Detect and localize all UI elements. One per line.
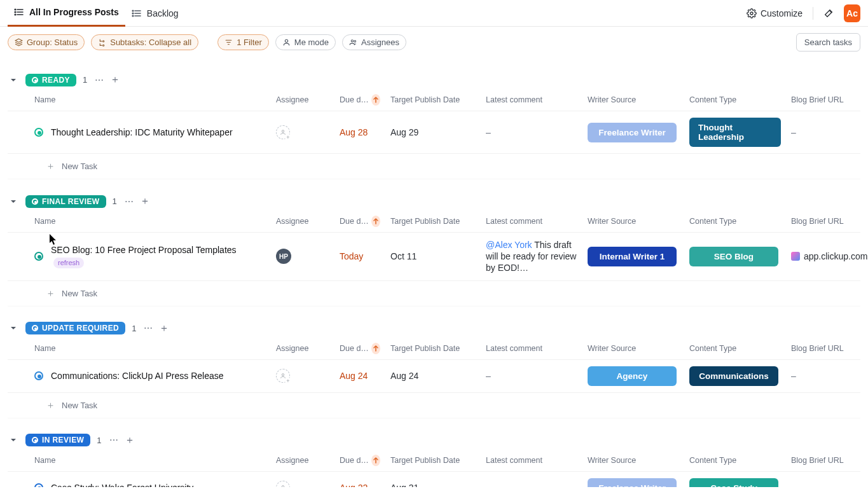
content-type-cell[interactable]: Case Study	[684, 478, 786, 487]
me-mode-pill[interactable]: Me mode	[275, 34, 336, 50]
due-date-cell[interactable]: Aug 24	[334, 371, 385, 381]
writer-source-cell[interactable]: Freelance Writer	[582, 478, 684, 487]
mention[interactable]: @Alex York	[486, 240, 532, 250]
latest-comment-cell[interactable]: –	[481, 370, 582, 382]
content-type-chip[interactable]: Thought Leadership	[689, 118, 781, 147]
col-assignee[interactable]: Assignee	[271, 217, 334, 226]
col-blog-brief-url[interactable]: Blog Brief URL	[786, 217, 868, 226]
due-date-cell[interactable]: Aug 22	[334, 483, 385, 487]
col-writer-source[interactable]: Writer Source	[582, 217, 684, 226]
latest-comment-cell[interactable]: –	[481, 482, 582, 487]
search-input[interactable]: Search tasks	[796, 33, 860, 52]
assign-button[interactable]	[276, 369, 290, 383]
customize-button[interactable]: Customize	[743, 6, 806, 21]
due-date-cell[interactable]: Aug 28	[334, 127, 385, 137]
group-more-button[interactable]: ⋯	[142, 323, 154, 333]
col-assignee[interactable]: Assignee	[271, 344, 334, 353]
col-latest-comment[interactable]: Latest comment	[481, 456, 582, 465]
task-status-circle-icon[interactable]	[34, 483, 43, 487]
group-add-task-button[interactable]: ＋	[159, 322, 169, 335]
col-target-publish[interactable]: Target Publish Date	[385, 456, 481, 465]
collapse-toggle[interactable]	[8, 434, 19, 446]
writer-source-chip[interactable]: Freelance Writer	[588, 123, 677, 142]
task-title[interactable]: Thought Leadership: IDC Maturity Whitepa…	[51, 127, 233, 139]
collapse-toggle[interactable]	[8, 74, 19, 86]
status-pill[interactable]: UPDATE REQUIRED	[25, 322, 125, 334]
writer-source-cell[interactable]: Freelance Writer	[582, 123, 684, 142]
col-assignee[interactable]: Assignee	[271, 95, 334, 104]
col-latest-comment[interactable]: Latest comment	[481, 217, 582, 226]
target-date-cell[interactable]: Aug 29	[385, 127, 481, 137]
col-writer-source[interactable]: Writer Source	[582, 344, 684, 353]
col-content-type[interactable]: Content Type	[684, 217, 786, 226]
task-name-cell[interactable]: SEO Blog: 10 Free Project Proposal Templ…	[29, 244, 271, 268]
assign-button[interactable]	[276, 125, 290, 139]
due-date-cell[interactable]: Today	[334, 251, 385, 261]
col-blog-brief-url[interactable]: Blog Brief URL	[786, 95, 868, 104]
group-more-button[interactable]: ⋯	[108, 435, 120, 445]
group-add-task-button[interactable]: ＋	[125, 434, 135, 447]
writer-source-cell[interactable]: Internal Writer 1	[582, 247, 684, 266]
writer-source-cell[interactable]: Agency	[582, 366, 684, 386]
col-target-publish[interactable]: Target Publish Date	[385, 95, 481, 104]
content-type-cell[interactable]: SEO Blog	[684, 247, 786, 266]
add-button[interactable]: Ac	[844, 4, 860, 22]
col-name[interactable]: Name	[29, 95, 271, 104]
magic-wand-button[interactable]	[820, 4, 837, 22]
tab-all-in-progress[interactable]: All In Progress Posts	[8, 0, 125, 27]
col-due-date[interactable]: Due d…	[334, 94, 385, 106]
col-assignee[interactable]: Assignee	[271, 456, 334, 465]
col-content-type[interactable]: Content Type	[684, 344, 786, 353]
subtasks-pill[interactable]: Subtasks: Collapse all	[91, 34, 198, 50]
task-name-cell[interactable]: Thought Leadership: IDC Maturity Whitepa…	[29, 127, 271, 139]
col-name[interactable]: Name	[29, 217, 271, 226]
url-text[interactable]: app.clickup.com	[804, 251, 867, 261]
blog-brief-url-cell[interactable]: app.clickup.com	[786, 251, 868, 261]
writer-source-chip[interactable]: Internal Writer 1	[588, 247, 677, 266]
col-due-date[interactable]: Due d…	[334, 216, 385, 227]
task-title[interactable]: Case Study: Wake Forest University	[51, 482, 193, 487]
blog-brief-url-cell[interactable]: –	[786, 127, 868, 137]
col-latest-comment[interactable]: Latest comment	[481, 95, 582, 104]
group-more-button[interactable]: ⋯	[123, 196, 135, 207]
tab-backlog[interactable]: Backlog	[125, 0, 185, 27]
assignee-cell[interactable]: HP	[271, 249, 334, 264]
status-pill[interactable]: READY	[25, 74, 76, 86]
col-name[interactable]: Name	[29, 456, 271, 465]
assignee-avatar[interactable]: HP	[276, 249, 291, 264]
group-add-task-button[interactable]: ＋	[110, 73, 120, 86]
task-row[interactable]: Communications: ClickUp AI Press Release…	[8, 360, 860, 393]
content-type-cell[interactable]: Communications	[684, 366, 786, 386]
target-date-cell[interactable]: Aug 24	[385, 371, 481, 381]
task-row[interactable]: Thought Leadership: IDC Maturity Whitepa…	[8, 111, 860, 154]
col-content-type[interactable]: Content Type	[684, 95, 786, 104]
col-writer-source[interactable]: Writer Source	[582, 95, 684, 104]
task-title[interactable]: SEO Blog: 10 Free Project Proposal Templ…	[51, 244, 266, 268]
col-target-publish[interactable]: Target Publish Date	[385, 217, 481, 226]
assignee-cell[interactable]	[271, 369, 334, 383]
task-tag[interactable]: refresh	[53, 258, 84, 268]
task-title[interactable]: Communications: ClickUp AI Press Release	[51, 370, 224, 382]
task-name-cell[interactable]: Case Study: Wake Forest University	[29, 482, 271, 487]
assign-button[interactable]	[276, 481, 290, 487]
group-by-pill[interactable]: Group: Status	[8, 34, 85, 50]
new-task-button[interactable]: ＋New Task	[8, 281, 860, 306]
task-status-circle-icon[interactable]	[34, 128, 43, 137]
assignee-cell[interactable]	[271, 481, 334, 487]
group-more-button[interactable]: ⋯	[93, 75, 105, 85]
task-name-cell[interactable]: Communications: ClickUp AI Press Release	[29, 370, 271, 382]
col-name[interactable]: Name	[29, 344, 271, 353]
assignee-cell[interactable]	[271, 125, 334, 139]
task-row[interactable]: Case Study: Wake Forest UniversityAug 22…	[8, 472, 860, 487]
col-writer-source[interactable]: Writer Source	[582, 456, 684, 465]
collapse-toggle[interactable]	[8, 322, 19, 334]
col-due-date[interactable]: Due d…	[334, 455, 385, 466]
status-pill[interactable]: FINAL REVIEW	[25, 195, 106, 208]
latest-comment-cell[interactable]: @Alex York This draft will be ready for …	[481, 239, 582, 274]
target-date-cell[interactable]: Aug 31	[385, 483, 481, 487]
content-type-cell[interactable]: Thought Leadership	[684, 118, 786, 147]
status-pill[interactable]: IN REVIEW	[25, 434, 90, 446]
new-task-button[interactable]: ＋New Task	[8, 393, 860, 418]
task-status-circle-icon[interactable]	[34, 252, 43, 261]
content-type-chip[interactable]: SEO Blog	[689, 247, 778, 266]
